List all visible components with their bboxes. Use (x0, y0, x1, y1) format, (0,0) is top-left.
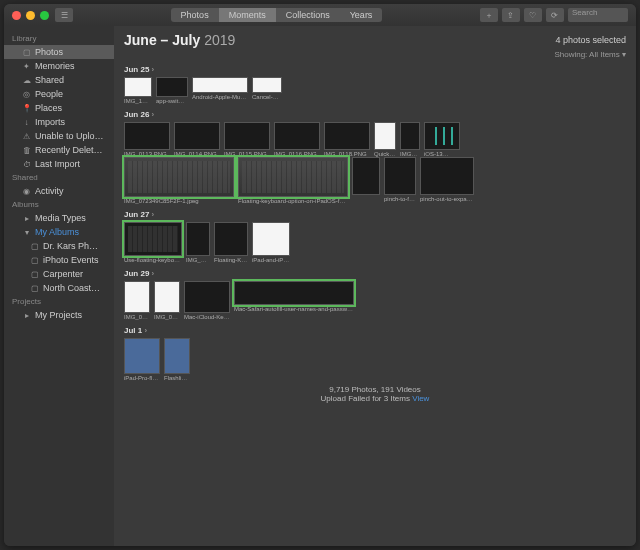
minimize-icon[interactable] (26, 11, 35, 20)
photo-thumbnail[interactable]: QuickPath-keyb… (374, 122, 396, 157)
photo-thumbnail[interactable]: pinch-to-flo-ge… (384, 157, 416, 204)
thumbnail-image[interactable] (252, 77, 282, 93)
rotate-icon[interactable]: ⟳ (546, 8, 564, 22)
search-input[interactable]: Search (568, 8, 628, 22)
thumbnail-row: IMG_0025.P…IMG_0024.P…Mac-iCloud-Keyc…Ma… (124, 281, 626, 320)
photo-thumbnail[interactable]: IMG_0… (400, 122, 420, 157)
content-area[interactable]: June – July 2019 4 photos selected Showi… (114, 26, 636, 546)
tab-photos[interactable]: Photos (171, 8, 219, 22)
tab-moments[interactable]: Moments (219, 8, 276, 22)
thumbnail-image[interactable] (186, 222, 210, 256)
sidebar-item-my-albums[interactable]: ▾My Albums (4, 225, 114, 239)
thumbnail-image[interactable] (164, 338, 190, 374)
date-header[interactable]: Jun 25 (124, 65, 626, 74)
filter-dropdown[interactable]: Showing: All Items ▾ (124, 50, 626, 59)
sidebar-toggle-icon[interactable]: ☰ (55, 8, 73, 22)
thumbnail-image[interactable] (374, 122, 396, 150)
thumbnail-image[interactable] (424, 122, 460, 150)
thumbnail-image[interactable] (154, 281, 180, 313)
photo-thumbnail[interactable]: iPad-Pro-flashlig… (124, 338, 160, 381)
photo-thumbnail[interactable]: IMG_0025.P… (124, 281, 150, 320)
view-link[interactable]: View (412, 394, 429, 403)
thumbnail-image[interactable] (384, 157, 416, 195)
sidebar-item-last-import[interactable]: ⏱Last Import (4, 157, 114, 171)
photo-thumbnail[interactable]: Android-Apple-Music-Subscription.jpg (192, 77, 248, 104)
thumbnail-image[interactable] (124, 77, 152, 97)
sidebar-item-media-types[interactable]: ▸Media Types (4, 211, 114, 225)
photo-thumbnail[interactable]: iPad-and-iPhone… (252, 222, 290, 263)
photo-thumbnail[interactable] (352, 157, 380, 204)
photo-thumbnail[interactable]: Use-floating-keyboard-handle-to-spring-f… (124, 222, 182, 263)
sidebar-item-people[interactable]: ◎People (4, 87, 114, 101)
photo-thumbnail[interactable]: IMG_0115.PNG (224, 122, 270, 157)
thumbnail-image[interactable] (420, 157, 474, 195)
photo-thumbnail[interactable]: IMG_0114.PNG (174, 122, 220, 157)
photo-thumbnail[interactable]: IMG_0113.PNG (124, 122, 170, 157)
photo-thumbnail[interactable]: Mac-iCloud-Keyc… (184, 281, 230, 320)
item-icon: ▸ (22, 214, 31, 223)
thumbnail-image[interactable] (174, 122, 220, 150)
thumbnail-image[interactable] (156, 77, 188, 97)
item-icon: 🗑 (22, 146, 31, 155)
thumbnail-image[interactable] (124, 338, 160, 374)
thumbnail-image[interactable] (124, 222, 182, 256)
date-header[interactable]: Jun 27 (124, 210, 626, 219)
sidebar-item-imports[interactable]: ↓Imports (4, 115, 114, 129)
item-icon: 📍 (22, 104, 31, 113)
close-icon[interactable] (12, 11, 21, 20)
tab-years[interactable]: Years (340, 8, 383, 22)
thumbnail-image[interactable] (352, 157, 380, 195)
thumbnail-image[interactable] (400, 122, 420, 150)
sidebar-item-north-coast-[interactable]: ▢North Coast… (4, 281, 114, 295)
thumbnail-image[interactable] (234, 281, 354, 305)
photo-thumbnail[interactable]: iOS-13… (424, 122, 460, 157)
photo-thumbnail[interactable]: Floating-Keyboar… (214, 222, 248, 263)
photo-thumbnail[interactable]: IMG_19CA05A92… (186, 222, 210, 263)
photo-thumbnail[interactable]: IMG_0116.PNG (274, 122, 320, 157)
thumbnail-image[interactable] (192, 77, 248, 93)
thumbnail-label: IMG_0025.P… (124, 314, 150, 320)
sidebar-item-my-projects[interactable]: ▸My Projects (4, 308, 114, 322)
photo-thumbnail[interactable]: IMG_0118.PNG (324, 122, 370, 157)
date-header[interactable]: Jul 1 (124, 326, 626, 335)
sidebar-item-shared[interactable]: ☁Shared (4, 73, 114, 87)
date-header[interactable]: Jun 29 (124, 269, 626, 278)
thumbnail-image[interactable] (238, 157, 348, 197)
thumbnail-image[interactable] (184, 281, 230, 313)
sidebar-item-photos[interactable]: ▢Photos (4, 45, 114, 59)
thumbnail-image[interactable] (324, 122, 370, 150)
thumbnail-image[interactable] (252, 222, 290, 256)
zoom-icon[interactable] (40, 11, 49, 20)
share-icon[interactable]: ⇪ (502, 8, 520, 22)
photo-thumbnail[interactable]: IMG_1… (124, 77, 152, 104)
date-header[interactable]: Jun 26 (124, 110, 626, 119)
sidebar-item-recently-delet-[interactable]: 🗑Recently Delet… (4, 143, 114, 157)
thumbnail-image[interactable] (214, 222, 248, 256)
sidebar-item-memories[interactable]: ✦Memories (4, 59, 114, 73)
photo-thumbnail[interactable]: Floating-keyboard-option-on-iPadOS-full-… (238, 157, 348, 204)
sidebar-item-iphoto-events[interactable]: ▢iPhoto Events (4, 253, 114, 267)
thumbnail-image[interactable] (224, 122, 270, 150)
sidebar-item-carpenter[interactable]: ▢Carpenter (4, 267, 114, 281)
photo-thumbnail[interactable]: IMG_0024.P… (154, 281, 180, 320)
photo-thumbnail[interactable]: Flashlight-insten… (164, 338, 190, 381)
tab-collections[interactable]: Collections (276, 8, 340, 22)
sidebar-item-unable-to-uplo-[interactable]: ⚠Unable to Uplo… (4, 129, 114, 143)
photo-thumbnail[interactable]: Mac-Safari-autofill-user-names-and-passw… (234, 281, 354, 320)
thumbnail-image[interactable] (274, 122, 320, 150)
sidebar-item-label: Dr. Kars Ph… (43, 241, 98, 251)
photo-thumbnail[interactable]: pinch-out-to-expand-floating-keyboard-t… (420, 157, 474, 204)
photo-thumbnail[interactable]: IMG_072349C85F2F-1.jpeg (124, 157, 234, 204)
sidebar-item-dr-kars-ph-[interactable]: ▢Dr. Kars Ph… (4, 239, 114, 253)
add-icon[interactable]: ＋ (480, 8, 498, 22)
thumbnail-image[interactable] (124, 281, 150, 313)
sidebar-item-activity[interactable]: ◉Activity (4, 184, 114, 198)
sidebar-item-places[interactable]: 📍Places (4, 101, 114, 115)
favorite-icon[interactable]: ♡ (524, 8, 542, 22)
thumbnail-image[interactable] (124, 157, 234, 197)
photo-thumbnail[interactable]: app-swit… (156, 77, 188, 104)
item-icon: ▢ (30, 242, 39, 251)
photo-thumbnail[interactable]: Cancel-Ap… (252, 77, 282, 104)
thumbnail-image[interactable] (124, 122, 170, 150)
sidebar: Library▢Photos✦Memories☁Shared◎People📍Pl… (4, 26, 114, 546)
